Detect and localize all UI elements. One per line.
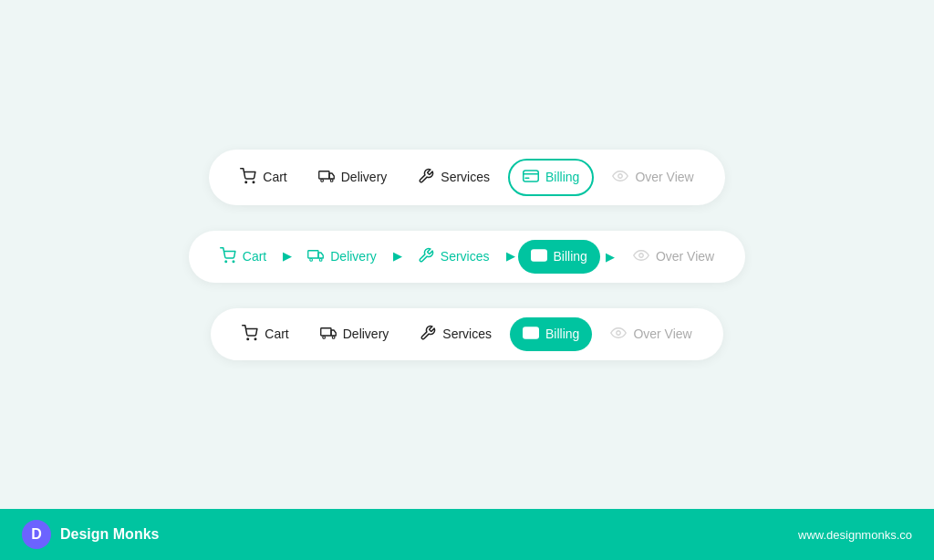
nav-item-cart-v3[interactable]: Cart bbox=[229, 317, 301, 351]
nav-item-overview-v1[interactable]: Over View bbox=[599, 161, 706, 194]
card-icon-v1 bbox=[523, 168, 539, 187]
nav-strip-variant2: Cart ▶ Delivery ▶ Services bbox=[189, 231, 745, 283]
nav-item-services-v2[interactable]: Services bbox=[405, 240, 503, 274]
footer-url: www.designmonks.co bbox=[798, 528, 912, 542]
nav-strip-variant1: Cart Delivery Services bbox=[209, 150, 724, 205]
services-label-v1: Services bbox=[441, 170, 490, 184]
chevron-1-v2: ▶ bbox=[283, 250, 291, 263]
delivery-label-v3: Delivery bbox=[343, 327, 389, 341]
svg-rect-4 bbox=[524, 171, 539, 181]
eye-icon-v2 bbox=[633, 247, 649, 266]
main-content: Cart Delivery Services bbox=[0, 0, 934, 509]
nav-item-delivery-v1[interactable]: Delivery bbox=[306, 161, 400, 194]
delivery-icon bbox=[318, 168, 335, 187]
chevron-2-v2: ▶ bbox=[393, 250, 401, 263]
nav-item-overview-v3[interactable]: Over View bbox=[597, 317, 704, 351]
nav-item-billing-v1[interactable]: Billing bbox=[508, 159, 594, 196]
svg-point-16 bbox=[323, 336, 326, 338]
svg-point-3 bbox=[330, 179, 333, 181]
footer-bar: D Design Monks www.designmonks.co bbox=[0, 509, 934, 560]
svg-point-17 bbox=[332, 336, 335, 338]
nav-item-billing-v3[interactable]: Billing bbox=[510, 317, 592, 351]
svg-point-2 bbox=[321, 179, 324, 181]
cart-icon bbox=[240, 168, 256, 187]
cart-label-v2: Cart bbox=[243, 249, 266, 264]
billing-label-v3: Billing bbox=[545, 327, 579, 341]
eye-icon-v3 bbox=[610, 325, 627, 344]
footer-logo: D bbox=[22, 520, 51, 549]
nav-item-cart-v2[interactable]: Cart bbox=[207, 240, 279, 274]
wrench-icon bbox=[418, 168, 434, 187]
nav-item-cart-v1[interactable]: Cart bbox=[227, 161, 299, 194]
svg-point-21 bbox=[617, 330, 621, 335]
delivery-label-v2: Delivery bbox=[330, 249, 377, 264]
nav-item-delivery-v3[interactable]: Delivery bbox=[307, 317, 402, 351]
svg-rect-1 bbox=[319, 171, 329, 178]
card-icon-v3 bbox=[523, 325, 539, 344]
delivery-icon-v2 bbox=[307, 247, 324, 266]
footer-logo-letter: D bbox=[31, 526, 42, 543]
chevron-4-v2: ▶ bbox=[606, 250, 615, 264]
eye-icon-v1 bbox=[612, 168, 628, 187]
cart-label-v3: Cart bbox=[265, 327, 288, 341]
footer-brand: D Design Monks bbox=[22, 520, 159, 549]
billing-label-v2: Billing bbox=[554, 249, 587, 264]
nav-item-services-v3[interactable]: Services bbox=[407, 317, 504, 351]
svg-point-7 bbox=[618, 173, 623, 178]
services-label-v2: Services bbox=[441, 249, 490, 264]
wrench-icon-v2 bbox=[418, 247, 434, 266]
svg-point-14 bbox=[639, 253, 644, 257]
delivery-icon-v3 bbox=[320, 325, 337, 344]
services-label-v3: Services bbox=[442, 327, 492, 341]
wrench-icon-v3 bbox=[420, 325, 436, 344]
overview-label-v1: Over View bbox=[635, 170, 693, 184]
chevron-3-v2: ▶ bbox=[506, 250, 514, 263]
nav-item-services-v1[interactable]: Services bbox=[405, 161, 503, 194]
cart-label-v1: Cart bbox=[263, 170, 286, 184]
card-icon-v2 bbox=[531, 247, 547, 266]
cart-icon-v2 bbox=[220, 247, 236, 266]
billing-label-v1: Billing bbox=[545, 170, 579, 184]
svg-point-9 bbox=[310, 258, 313, 261]
svg-rect-18 bbox=[524, 327, 539, 338]
delivery-label-v1: Delivery bbox=[341, 170, 388, 184]
svg-rect-8 bbox=[308, 250, 318, 257]
nav-strip-variant3: Cart Delivery Services bbox=[211, 308, 722, 360]
svg-point-10 bbox=[320, 258, 323, 261]
overview-label-v2: Over View bbox=[656, 249, 714, 264]
nav-item-delivery-v2[interactable]: Delivery bbox=[295, 240, 389, 274]
nav-item-billing-v2[interactable]: Billing bbox=[518, 240, 600, 274]
footer-brand-name: Design Monks bbox=[60, 526, 159, 543]
svg-rect-15 bbox=[321, 327, 331, 335]
cart-icon-v3 bbox=[242, 325, 258, 344]
overview-label-v3: Over View bbox=[633, 327, 691, 341]
svg-rect-11 bbox=[531, 250, 546, 261]
nav-item-overview-v2[interactable]: Over View bbox=[620, 240, 727, 274]
